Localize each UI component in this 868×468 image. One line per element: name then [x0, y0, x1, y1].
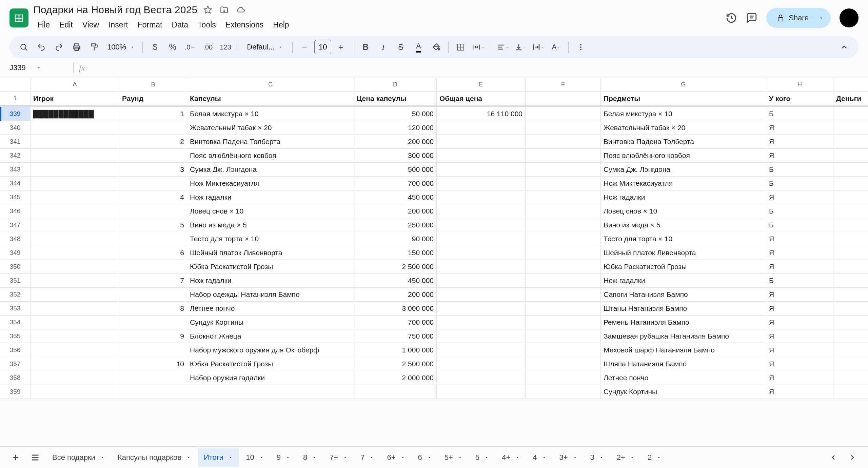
cell[interactable]	[833, 218, 868, 232]
cell[interactable]: Юбка Раскатистой Грозы	[601, 260, 766, 274]
cell[interactable]: 1 000 000	[354, 343, 437, 357]
menu-edit[interactable]: Edit	[55, 18, 77, 32]
cell[interactable]	[31, 288, 119, 302]
chevron-down-icon[interactable]	[228, 455, 233, 460]
cell[interactable]	[31, 371, 119, 385]
cell[interactable]: Нож гадалки	[187, 190, 354, 204]
cell[interactable]: Белая микстура × 10	[601, 107, 766, 121]
increase-decimal-icon[interactable]: .00	[200, 39, 216, 55]
cell[interactable]	[437, 385, 526, 399]
cell[interactable]: 4	[119, 190, 187, 204]
cell[interactable]	[437, 163, 526, 177]
cell[interactable]: Б	[766, 177, 833, 190]
paint-format-icon[interactable]	[86, 39, 102, 55]
formula-input[interactable]	[85, 61, 868, 74]
sheet-tab[interactable]: 5+	[438, 448, 469, 467]
cell[interactable]	[31, 246, 119, 260]
cell[interactable]: 750 000	[354, 329, 437, 343]
cell[interactable]	[833, 385, 868, 399]
cell[interactable]	[31, 232, 119, 246]
cell[interactable]	[119, 260, 187, 274]
cell[interactable]: Нож Миктекасиуатля	[601, 177, 766, 190]
cell[interactable]: 300 000	[354, 149, 437, 163]
chevron-down-icon[interactable]	[400, 455, 405, 460]
cell[interactable]: Ловец снов × 10	[187, 204, 354, 218]
row-head[interactable]: 348	[0, 232, 31, 246]
increase-font-icon[interactable]: +	[333, 39, 349, 55]
cell[interactable]	[31, 357, 119, 371]
cell[interactable]: Набор оружия гадалки	[187, 371, 354, 385]
cell[interactable]	[833, 274, 868, 288]
sheet-tab[interactable]: 4+	[496, 448, 526, 467]
cell[interactable]	[526, 385, 601, 399]
decrease-font-icon[interactable]: −	[297, 39, 313, 55]
cell[interactable]: Меховой шарф Натаниэля Бампо	[601, 343, 766, 357]
cell[interactable]: Б	[766, 163, 833, 177]
cell[interactable]	[437, 204, 526, 218]
cell[interactable]	[833, 149, 868, 163]
cell[interactable]	[833, 232, 868, 246]
cell[interactable]: Пояс влюблённого ковбоя	[187, 149, 354, 163]
cell[interactable]	[833, 357, 868, 371]
cell[interactable]	[526, 260, 601, 274]
chevron-down-icon[interactable]	[656, 455, 661, 460]
cell[interactable]: 90 000	[354, 232, 437, 246]
wrap-icon[interactable]	[530, 39, 547, 55]
cell[interactable]	[437, 302, 526, 316]
cell[interactable]: Штаны Натаниэля Бампо	[601, 302, 766, 316]
h-align-icon[interactable]	[495, 39, 511, 55]
cell[interactable]	[119, 316, 187, 329]
cell[interactable]	[119, 371, 187, 385]
sheet-tab[interactable]: 2+	[611, 448, 641, 467]
row-head[interactable]: 349	[0, 246, 31, 260]
cell[interactable]: Нож гадалки	[187, 274, 354, 288]
share-button[interactable]: Share	[766, 8, 831, 28]
cell[interactable]	[31, 343, 119, 357]
cell[interactable]: 10	[119, 357, 187, 371]
cell[interactable]: 8	[119, 302, 187, 316]
row-head[interactable]: 339	[0, 107, 31, 121]
row-head[interactable]: 347	[0, 218, 31, 232]
cell[interactable]: 7	[119, 274, 187, 288]
row-head[interactable]: 343	[0, 163, 31, 177]
all-sheets-icon[interactable]	[26, 449, 44, 466]
cell[interactable]: 2 000 000	[354, 371, 437, 385]
col-head-B[interactable]: B	[119, 78, 187, 91]
cell[interactable]: Набор мужского оружия для Октоберф	[187, 343, 354, 357]
cell[interactable]: Я	[766, 343, 833, 357]
cell[interactable]: 500 000	[354, 163, 437, 177]
chevron-down-icon[interactable]	[542, 455, 547, 460]
cell[interactable]: 450 000	[354, 274, 437, 288]
cell[interactable]	[119, 385, 187, 399]
cell[interactable]: Вино из мёда × 5	[601, 218, 766, 232]
cell[interactable]	[526, 91, 601, 105]
menu-insert[interactable]: Insert	[104, 18, 132, 32]
share-dropdown[interactable]	[813, 15, 824, 21]
cell[interactable]	[526, 121, 601, 135]
borders-icon[interactable]	[453, 39, 469, 55]
menu-tools[interactable]: Tools	[194, 18, 220, 32]
cell[interactable]	[833, 246, 868, 260]
cell[interactable]	[119, 177, 187, 190]
cell[interactable]	[119, 149, 187, 163]
row-head[interactable]: 342	[0, 149, 31, 163]
zoom-select[interactable]: 100%	[104, 43, 138, 52]
cell[interactable]: Винтовка Падена Толберта	[601, 135, 766, 149]
history-icon[interactable]	[726, 12, 737, 24]
text-color-icon[interactable]: A	[410, 39, 427, 55]
sheet-tab[interactable]: 8	[297, 448, 323, 467]
rotate-icon[interactable]: A	[548, 39, 564, 55]
cell[interactable]	[31, 260, 119, 274]
col-head-D[interactable]: D	[354, 78, 437, 91]
row-head[interactable]: 359	[0, 385, 31, 399]
cell[interactable]	[526, 288, 601, 302]
percent-icon[interactable]: %	[164, 39, 181, 55]
cell[interactable]: Я	[766, 232, 833, 246]
cell[interactable]: 150 000	[354, 246, 437, 260]
cell[interactable]: Раунд	[119, 91, 187, 105]
row-head[interactable]: 356	[0, 343, 31, 357]
more-formats-icon[interactable]: 123	[217, 39, 234, 55]
cell[interactable]	[833, 107, 868, 121]
merge-icon[interactable]	[470, 39, 487, 55]
sheet-tab[interactable]: 7	[354, 448, 380, 467]
